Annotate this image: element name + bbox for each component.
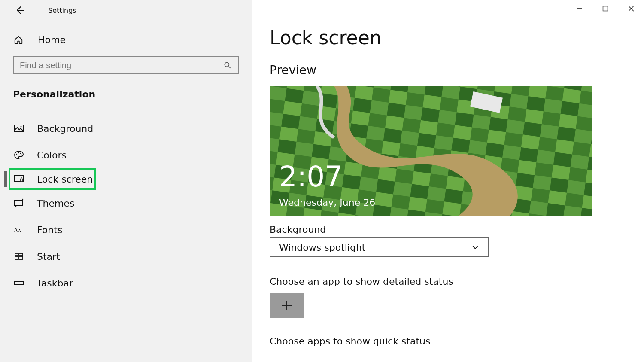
background-label: Background [270,224,644,235]
sidebar-item-start[interactable]: Start [0,243,252,270]
content-pane: Lock screen Preview 2:07 Wednesday, June… [252,0,644,362]
svg-point-6 [20,153,21,154]
page-title: Lock screen [270,27,644,49]
svg-rect-20 [603,6,608,11]
svg-point-7 [21,155,22,155]
palette-icon [14,150,24,160]
sidebar-nav: Background Colors Lock screen Themes AA … [0,115,252,296]
sidebar-item-label: Lock screen [37,174,93,185]
background-dropdown[interactable]: Windows spotlight [270,237,489,257]
close-button[interactable] [618,0,644,17]
plus-icon [281,299,293,311]
window-controls [567,0,644,17]
search-icon [223,61,232,70]
preview-date: Wednesday, June 26 [279,197,375,208]
dropdown-value: Windows spotlight [279,242,365,253]
sidebar-item-taskbar[interactable]: Taskbar [0,270,252,296]
maximize-icon [602,6,608,12]
svg-point-5 [18,152,19,153]
sidebar-item-themes[interactable]: Themes [0,190,252,216]
svg-rect-15 [19,253,23,256]
lockscreen-icon [14,174,24,184]
sidebar-item-fonts[interactable]: AA Fonts [0,216,252,243]
close-icon [628,6,634,12]
picture-icon [14,123,24,134]
svg-rect-17 [19,256,23,259]
sidebar-item-label: Colors [37,150,67,161]
svg-point-4 [16,154,17,155]
svg-line-1 [229,67,231,68]
quick-status-label: Choose apps to show quick status [270,336,644,347]
start-icon [14,251,24,262]
sidebar-item-label: Start [37,251,60,262]
back-button[interactable] [15,5,25,15]
svg-point-11 [22,199,23,200]
add-detailed-status-button[interactable] [270,293,304,318]
maximize-button[interactable] [592,0,618,17]
chevron-down-icon [471,243,479,251]
home-nav[interactable]: Home [14,34,252,45]
sidebar-item-colors[interactable]: Colors [0,142,252,168]
back-arrow-icon [15,5,25,15]
preview-landscape-icon [270,86,592,216]
svg-rect-18 [15,281,23,285]
svg-rect-24 [270,86,592,216]
svg-rect-14 [15,253,18,256]
section-heading: Personalization [13,89,252,100]
sidebar-item-label: Fonts [37,225,62,235]
fonts-icon: AA [14,225,24,235]
home-label: Home [38,34,66,45]
titlebar: Settings [0,0,252,21]
svg-point-0 [225,62,229,67]
sidebar-item-label: Background [37,123,93,134]
sidebar-item-lockscreen[interactable]: Lock screen [9,168,96,190]
taskbar-icon [14,278,24,288]
svg-rect-10 [15,201,22,206]
svg-point-3 [21,126,22,128]
sidebar-item-background[interactable]: Background [0,115,252,142]
sidebar-item-label: Themes [37,198,74,209]
svg-rect-16 [15,256,18,259]
minimize-button[interactable] [567,0,592,17]
lockscreen-preview: 2:07 Wednesday, June 26 [270,86,592,216]
detailed-status-label: Choose an app to show detailed status [270,276,644,287]
home-icon [14,35,23,45]
sidebar: Settings Home Personalization Background… [0,0,252,362]
window-title: Settings [48,6,76,15]
preview-heading: Preview [270,63,644,77]
themes-icon [14,198,24,208]
minimize-icon [577,6,583,12]
svg-text:A: A [18,228,21,233]
sidebar-item-label: Taskbar [37,278,73,289]
search-box[interactable] [13,56,239,74]
search-input[interactable] [20,61,223,70]
svg-rect-9 [20,179,23,182]
preview-time: 2:07 [279,160,343,193]
